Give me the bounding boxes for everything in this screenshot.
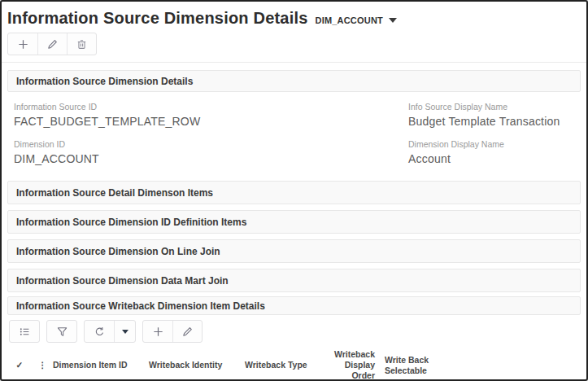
select-all-check-icon[interactable]: ✓: [7, 357, 32, 374]
add-button[interactable]: [8, 33, 37, 55]
col-line1: Writeback: [326, 349, 375, 360]
section-title: Information Source Dimension Details: [16, 76, 193, 87]
field-value: DIM_ACCOUNT: [14, 152, 408, 165]
field-label: Dimension Display Name: [408, 139, 581, 149]
section-header-on-line-join[interactable]: Information Source Dimension On Line Joi…: [7, 239, 581, 263]
section-header-detail-dimenson-items[interactable]: Information Source Detail Dimenson Items: [7, 181, 581, 204]
record-toolbar: [7, 33, 581, 55]
field-value: FACT_BUDGET_TEMPLATE_ROW: [14, 115, 408, 128]
field-value: Budget Template Transaction: [408, 115, 581, 128]
list-icon: [19, 326, 31, 338]
col-line1: Write Back: [385, 355, 442, 366]
field-information-source-id: Information Source ID FACT_BUDGET_TEMPLA…: [14, 98, 408, 135]
plus-icon: [17, 38, 29, 50]
field-value: Account: [408, 152, 581, 165]
field-label: Information Source ID: [14, 102, 408, 112]
pencil-icon: [181, 326, 194, 338]
filter-button[interactable]: [47, 321, 76, 342]
delete-button[interactable]: [67, 33, 96, 55]
col-writeback-type[interactable]: Writeback Type: [245, 357, 326, 374]
section-header-id-definition-items[interactable]: Information Source Dimension ID Definiti…: [7, 210, 581, 234]
section-header-writeback-details[interactable]: Information Source Writeback Dimension I…: [7, 296, 581, 315]
section-header-data-mart-join[interactable]: Information Source Dimension Data Mart J…: [7, 269, 581, 292]
dimension-selector-value: DIM_ACCOUNT: [316, 15, 383, 25]
edit-row-button[interactable]: [172, 321, 202, 342]
field-info-source-display-name: Info Source Display Name Budget Template…: [408, 98, 581, 135]
field-label: Info Source Display Name: [408, 102, 581, 112]
col-writeback-display-order[interactable]: Writeback Display Order: [326, 346, 378, 381]
table-header-row: ✓ ⋮ Dimension Item ID Writeback Identity…: [7, 346, 581, 381]
field-label: Dimension ID: [14, 139, 408, 149]
list-view-group: [9, 320, 40, 343]
edit-button[interactable]: [37, 33, 67, 55]
col-dimension-item-id[interactable]: Dimension Item ID: [53, 357, 149, 374]
dimension-selector-dropdown[interactable]: DIM_ACCOUNT: [316, 15, 397, 25]
page-title: Information Source Dimension Details: [7, 9, 308, 28]
chevron-down-icon: [389, 18, 397, 23]
caret-down-icon: [122, 330, 128, 334]
writeback-toolbar: [9, 320, 581, 343]
record-toolbar-group: [7, 33, 97, 55]
add-row-button[interactable]: [143, 321, 172, 342]
filter-group: [46, 320, 77, 343]
section-title: Information Source Detail Dimenson Items: [16, 187, 213, 199]
col-writeback-identity[interactable]: Writeback Identity: [149, 357, 245, 374]
header-divider: [2, 62, 586, 63]
list-view-button[interactable]: [10, 321, 39, 342]
filter-icon: [56, 326, 68, 338]
row-edit-group: [142, 320, 203, 343]
dimension-details-form: Information Source ID FACT_BUDGET_TEMPLA…: [7, 92, 581, 181]
col-line2: Display Order: [326, 360, 375, 381]
pencil-icon: [46, 38, 59, 50]
header-kebab-menu-icon[interactable]: ⋮: [32, 357, 53, 374]
col-spacer: [442, 362, 581, 369]
page-header: Information Source Dimension Details DIM…: [2, 2, 586, 28]
writeback-table: ✓ ⋮ Dimension Item ID Writeback Identity…: [7, 346, 581, 381]
section-title: Information Source Dimension ID Definiti…: [16, 217, 246, 228]
section-title: Information Source Dimension Data Mart J…: [16, 275, 229, 287]
section-title: Information Source Writeback Dimension I…: [16, 300, 265, 312]
circular-arrow-icon: [94, 326, 106, 338]
actions-dropdown-button[interactable]: [114, 321, 135, 342]
field-dimension-display-name: Dimension Display Name Account: [408, 135, 581, 173]
actions-group: [84, 320, 136, 343]
app-window: Information Source Dimension Details DIM…: [0, 0, 588, 381]
col-line2: Selectable: [385, 366, 442, 376]
section-header-dimension-details[interactable]: Information Source Dimension Details: [7, 70, 581, 92]
refresh-actions-button[interactable]: [85, 321, 114, 342]
section-title: Information Source Dimension On Line Joi…: [16, 246, 220, 257]
field-dimension-id: Dimension ID DIM_ACCOUNT: [14, 135, 408, 173]
col-write-back-selectable[interactable]: Write Back Selectable: [378, 352, 442, 379]
trash-icon: [76, 38, 88, 50]
plus-icon: [152, 326, 164, 338]
